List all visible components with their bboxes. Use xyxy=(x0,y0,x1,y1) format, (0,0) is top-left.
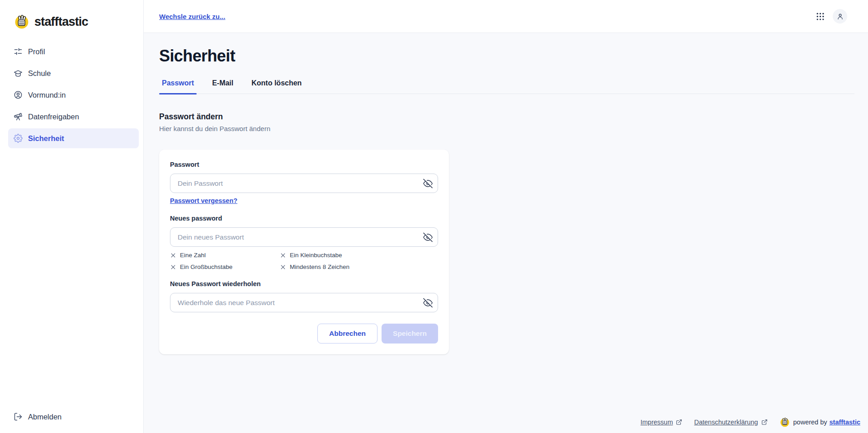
external-link-icon xyxy=(761,419,768,425)
current-password-input[interactable] xyxy=(170,174,438,193)
forgot-password-link[interactable]: Passwort vergessen? xyxy=(170,197,237,204)
x-icon xyxy=(280,264,286,270)
section-title: Passwort ändern xyxy=(159,112,854,122)
topbar: Wechsle zurück zu... xyxy=(144,0,868,33)
switch-back-link[interactable]: Wechsle zurück zu... xyxy=(159,13,225,20)
account-avatar-icon[interactable] xyxy=(833,9,847,24)
rule-label: Mindestens 8 Zeichen xyxy=(290,264,349,270)
rule-uppercase: Ein Großbuchstabe xyxy=(170,264,280,270)
section-subtitle: Hier kannst du dein Passwort ändern xyxy=(159,125,854,132)
topbar-actions xyxy=(816,9,847,24)
x-icon xyxy=(170,252,176,259)
hand-logo-icon xyxy=(14,14,30,30)
main-column: Wechsle zurück zu... Sicherheit Passwort… xyxy=(144,0,868,433)
rule-label: Ein Kleinbuchstabe xyxy=(290,252,342,259)
cancel-button[interactable]: Abbrechen xyxy=(317,324,377,344)
tab-passwort[interactable]: Passwort xyxy=(159,76,197,94)
sliders-icon xyxy=(14,47,23,56)
logout-icon xyxy=(14,412,23,421)
content-area: Sicherheit Passwort E-Mail Konto löschen… xyxy=(144,33,868,433)
x-icon xyxy=(170,264,176,270)
apps-grid-icon[interactable] xyxy=(816,12,825,21)
user-circle-icon xyxy=(14,90,23,99)
rule-number: Eine Zahl xyxy=(170,252,280,259)
external-link-icon xyxy=(676,419,682,425)
powered-by-label: powered by xyxy=(793,419,827,426)
sidebar-item-vormund[interactable]: Vormund:in xyxy=(8,85,139,105)
x-icon xyxy=(280,252,286,259)
tab-email[interactable]: E-Mail xyxy=(209,76,236,94)
sidebar-item-profil[interactable]: Profil xyxy=(8,42,139,61)
repeat-password-input[interactable] xyxy=(170,293,438,312)
sidebar-item-label: Profil xyxy=(28,47,45,56)
sidebar-nav: Profil Schule Vormund:in Datenfreigaben … xyxy=(0,42,143,148)
graduation-cap-icon xyxy=(14,69,23,78)
form-actions: Abbrechen Speichern xyxy=(170,324,438,344)
impressum-link[interactable]: Impressum xyxy=(641,419,673,426)
brand-name: stafftastic xyxy=(34,15,88,29)
rule-label: Eine Zahl xyxy=(180,252,206,259)
logout-button[interactable]: Abmelden xyxy=(8,412,67,421)
password-form-card: Passwort Passwort vergessen? Neues passw… xyxy=(159,150,449,354)
tab-bar: Passwort E-Mail Konto löschen xyxy=(159,76,854,94)
telescope-icon xyxy=(14,112,23,121)
new-password-wrap xyxy=(170,227,438,247)
gear-icon xyxy=(14,134,23,143)
sidebar-item-sicherheit[interactable]: Sicherheit xyxy=(8,128,139,148)
footer: Impressum Datenschutzerklärung powered b… xyxy=(641,417,860,428)
new-password-input[interactable] xyxy=(170,227,438,247)
repeat-password-label: Neues Passwort wiederholen xyxy=(170,280,438,287)
rule-label: Ein Großbuchstabe xyxy=(180,264,232,270)
save-button[interactable]: Speichern xyxy=(382,324,438,344)
sidebar-item-label: Vormund:in xyxy=(28,91,66,99)
current-password-label: Passwort xyxy=(170,161,438,168)
repeat-password-wrap xyxy=(170,293,438,312)
new-password-label: Neues password xyxy=(170,215,438,222)
eye-off-icon[interactable] xyxy=(423,298,433,307)
page-title: Sicherheit xyxy=(159,47,854,66)
eye-off-icon[interactable] xyxy=(423,179,433,188)
sidebar-item-datenfreigaben[interactable]: Datenfreigaben xyxy=(8,107,139,127)
hand-logo-icon xyxy=(779,417,790,428)
sidebar-item-schule[interactable]: Schule xyxy=(8,63,139,83)
eye-off-icon[interactable] xyxy=(423,232,433,242)
logout-label: Abmelden xyxy=(28,413,61,421)
current-password-wrap xyxy=(170,174,438,193)
brand-logo[interactable]: stafftastic xyxy=(0,0,143,30)
sidebar: stafftastic Profil Schule Vormund:in Dat… xyxy=(0,0,144,433)
datenschutz-link[interactable]: Datenschutzerklärung xyxy=(694,419,758,426)
rule-lowercase: Ein Kleinbuchstabe xyxy=(280,252,438,259)
rule-min-length: Mindestens 8 Zeichen xyxy=(280,264,438,270)
powered-by-brand-link[interactable]: stafftastic xyxy=(830,419,861,426)
tab-konto-loeschen[interactable]: Konto löschen xyxy=(249,76,304,94)
sidebar-item-label: Datenfreigaben xyxy=(28,113,79,121)
sidebar-item-label: Schule xyxy=(28,69,51,78)
password-rules: Eine Zahl Ein Kleinbuchstabe Ein Großbuc… xyxy=(170,252,438,270)
sidebar-item-label: Sicherheit xyxy=(28,134,64,143)
